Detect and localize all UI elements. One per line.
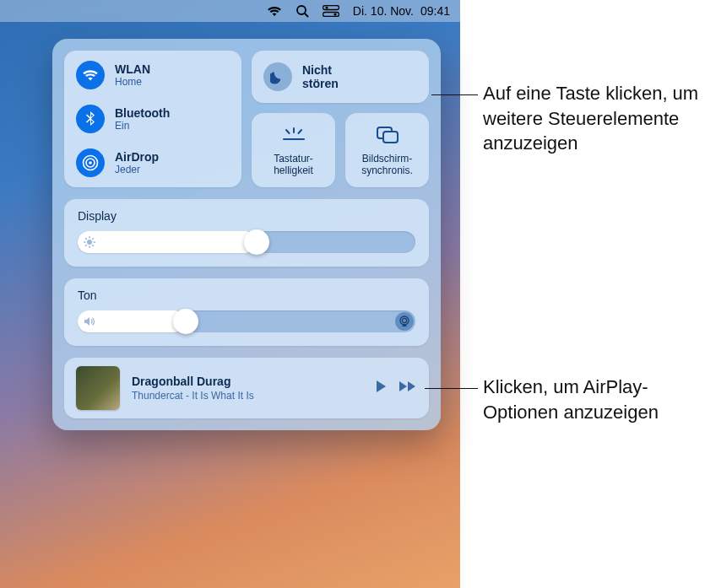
- bluetooth-status: Ein: [115, 120, 170, 132]
- bluetooth-title: Bluetooth: [115, 106, 170, 120]
- svg-point-8: [89, 161, 92, 165]
- annotation-text: Klicken, um AirPlay-Optionen anzuzeigen: [483, 375, 702, 424]
- annotation-text: Auf eine Taste klicken, um weitere Steue…: [483, 81, 702, 156]
- svg-point-0: [297, 6, 306, 14]
- wlan-title: WLAN: [115, 62, 150, 76]
- display-card: Display: [64, 199, 429, 267]
- display-slider[interactable]: [78, 231, 415, 253]
- connectivity-card: WLAN Home Bluetooth Ein AirDrop: [64, 51, 241, 187]
- wlan-toggle[interactable]: WLAN Home: [76, 61, 230, 89]
- svg-point-3: [325, 6, 328, 8]
- menubar: Di. 10. Nov. 09:41: [0, 0, 460, 22]
- menubar-datetime[interactable]: Di. 10. Nov. 09:41: [353, 4, 450, 18]
- sound-label: Ton: [78, 289, 415, 302]
- do-not-disturb-button[interactable]: Nicht stören: [252, 51, 429, 103]
- next-track-button[interactable]: [399, 380, 417, 396]
- keyboard-brightness-icon: [280, 123, 307, 147]
- airdrop-icon: [76, 148, 105, 177]
- screen-mirroring-label: Bildschirm- synchronis.: [361, 154, 413, 177]
- svg-line-20: [85, 238, 86, 239]
- svg-rect-4: [323, 13, 339, 17]
- now-playing-title: Dragonball Durag: [132, 375, 361, 388]
- menubar-time: 09:41: [420, 4, 450, 18]
- screen-mirroring-button[interactable]: Bildschirm- synchronis.: [345, 113, 429, 187]
- airplay-icon: [399, 316, 410, 327]
- now-playing-subtitle: Thundercat - It Is What It Is: [132, 390, 361, 402]
- svg-line-21: [93, 245, 94, 246]
- display-label: Display: [78, 209, 415, 223]
- svg-point-25: [402, 318, 406, 322]
- svg-line-22: [93, 238, 94, 239]
- album-art: [76, 366, 120, 410]
- screen-mirroring-icon: [375, 123, 400, 147]
- wlan-status: Home: [115, 76, 150, 88]
- airdrop-title: AirDrop: [115, 150, 159, 164]
- now-playing-card[interactable]: Dragonball Durag Thundercat - It Is What…: [64, 358, 429, 418]
- svg-line-1: [305, 13, 308, 17]
- airdrop-toggle[interactable]: AirDrop Jeder: [76, 148, 230, 177]
- menubar-date: Di. 10. Nov.: [353, 4, 414, 18]
- moon-icon: [263, 62, 292, 91]
- bluetooth-icon: [76, 105, 105, 133]
- sound-card: Ton: [64, 278, 429, 346]
- annotation-leader-line: [431, 94, 478, 95]
- keyboard-brightness-button[interactable]: Tastatur- helligkeit: [252, 113, 335, 187]
- svg-rect-2: [323, 6, 339, 10]
- airplay-audio-button[interactable]: [395, 312, 414, 331]
- bluetooth-toggle[interactable]: Bluetooth Ein: [76, 105, 230, 133]
- sound-slider[interactable]: [78, 310, 415, 332]
- svg-point-15: [87, 240, 92, 245]
- wifi-icon[interactable]: [267, 5, 282, 17]
- volume-icon: [83, 315, 96, 328]
- control-center-panel: WLAN Home Bluetooth Ein AirDrop: [52, 39, 441, 430]
- play-button[interactable]: [373, 379, 388, 397]
- search-icon[interactable]: [296, 4, 309, 18]
- wifi-icon: [76, 61, 105, 89]
- svg-line-10: [286, 130, 290, 133]
- annotation-leader-line: [425, 388, 478, 389]
- svg-point-5: [334, 13, 336, 15]
- svg-rect-14: [383, 132, 398, 143]
- dnd-label: Nicht stören: [302, 63, 339, 90]
- brightness-icon: [83, 235, 96, 249]
- control-center-icon[interactable]: [323, 5, 339, 17]
- airdrop-status: Jeder: [115, 164, 159, 175]
- keyboard-brightness-label: Tastatur- helligkeit: [274, 154, 313, 177]
- svg-line-11: [298, 130, 301, 133]
- svg-line-23: [85, 245, 86, 246]
